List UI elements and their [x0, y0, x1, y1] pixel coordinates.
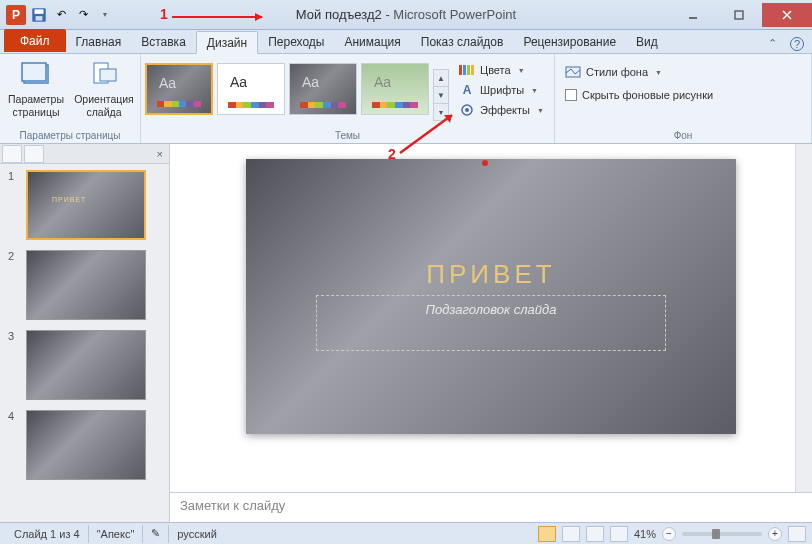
canvas-area: ПРИВЕТ Подзаголовок слайда Заметки к сла…	[170, 144, 812, 522]
slide-subtitle-placeholder[interactable]: Подзаголовок слайда	[316, 295, 666, 351]
effects-icon	[459, 103, 475, 117]
hide-background-checkbox[interactable]: Скрыть фоновые рисунки	[563, 87, 715, 103]
slideshow-view-button[interactable]	[610, 526, 628, 542]
thumb-item[interactable]: 4	[8, 410, 161, 480]
status-slide-info[interactable]: Слайд 1 из 4	[6, 525, 89, 543]
minimize-button[interactable]	[670, 3, 716, 27]
app-icon[interactable]: P	[6, 5, 26, 25]
thumb-slide[interactable]	[26, 250, 146, 320]
normal-view-button[interactable]	[538, 526, 556, 542]
help-icon[interactable]: ?	[790, 37, 804, 51]
save-icon[interactable]	[30, 6, 48, 24]
maximize-button[interactable]	[716, 3, 762, 27]
reading-view-button[interactable]	[586, 526, 604, 542]
thumb-number: 2	[8, 250, 18, 320]
annotation-arrow-1	[172, 16, 262, 18]
theme-options: Цвета▼ A Шрифты▼ Эффекты▼	[453, 57, 550, 123]
page-setup-icon	[20, 59, 52, 91]
background-styles-button[interactable]: Стили фона▼	[563, 63, 664, 81]
notes-pane[interactable]: Заметки к слайду	[170, 492, 812, 522]
svg-line-18	[400, 115, 452, 153]
thumb-number: 1	[8, 170, 18, 240]
theme-colors-button[interactable]: Цвета▼	[455, 61, 548, 79]
thumb-slide[interactable]	[26, 330, 146, 400]
tab-insert[interactable]: Вставка	[131, 30, 196, 53]
title-bar: P ↶ ↷ ▾ Мой подъезд2 - Microsoft PowerPo…	[0, 0, 812, 30]
slide[interactable]: ПРИВЕТ Подзаголовок слайда	[246, 159, 736, 434]
thumb-item[interactable]: 1 ПРИВЕТ	[8, 170, 161, 240]
tab-view[interactable]: Вид	[626, 30, 668, 53]
status-spellcheck[interactable]: ✎	[143, 525, 169, 543]
slide-subtitle-text: Подзаголовок слайда	[426, 302, 557, 317]
theme-effects-button[interactable]: Эффекты▼	[455, 101, 548, 119]
chevron-down-icon: ▼	[655, 69, 662, 76]
page-setup-label: Параметры страницы	[6, 93, 66, 118]
zoom-value[interactable]: 41%	[634, 528, 656, 540]
undo-icon[interactable]: ↶	[52, 6, 70, 24]
group-background: Стили фона▼ Скрыть фоновые рисунки Фон	[555, 54, 812, 143]
tab-design[interactable]: Дизайн	[196, 31, 258, 54]
annotation-1: 1	[160, 6, 168, 22]
zoom-in-button[interactable]: +	[768, 527, 782, 541]
thumb-slide[interactable]	[26, 410, 146, 480]
orientation-label: Ориентация слайда	[74, 93, 134, 118]
theme-fonts-button[interactable]: A Шрифты▼	[455, 81, 548, 99]
vertical-scrollbar[interactable]	[795, 144, 812, 492]
close-button[interactable]	[762, 3, 812, 27]
qat-dropdown-icon[interactable]: ▾	[96, 6, 114, 24]
zoom-slider[interactable]	[682, 532, 762, 536]
tab-transitions[interactable]: Переходы	[258, 30, 334, 53]
work-area: × 1 ПРИВЕТ 2 3 4 ПРИВЕТ	[0, 144, 812, 522]
svg-rect-12	[463, 65, 466, 75]
status-theme[interactable]: "Апекс"	[89, 525, 144, 543]
zoom-slider-thumb[interactable]	[712, 529, 720, 539]
theme-thumb-office[interactable]: Aa	[217, 63, 285, 115]
file-tab[interactable]: Файл	[4, 29, 66, 52]
tab-animations[interactable]: Анимация	[334, 30, 410, 53]
theme-thumb-4[interactable]: Aa	[361, 63, 429, 115]
sorter-view-button[interactable]	[562, 526, 580, 542]
annotation-dot	[482, 160, 488, 166]
orientation-icon	[88, 59, 120, 91]
thumbnail-tabs: ×	[0, 144, 169, 164]
orientation-button[interactable]: Ориентация слайда	[72, 57, 136, 120]
checkbox-icon	[565, 89, 577, 101]
ribbon-tabs: Файл Главная Вставка Дизайн Переходы Ани…	[0, 30, 812, 54]
minimize-ribbon-icon[interactable]: ⌃	[768, 37, 784, 53]
tab-review[interactable]: Рецензирование	[513, 30, 626, 53]
colors-icon	[459, 63, 475, 77]
svg-rect-1	[35, 9, 44, 14]
tab-home[interactable]: Главная	[66, 30, 132, 53]
theme-thumb-current[interactable]: Aa	[145, 63, 213, 115]
window-title: Мой подъезд2 - Microsoft PowerPoint	[296, 7, 516, 22]
quick-access-toolbar: P ↶ ↷ ▾	[0, 5, 120, 25]
page-setup-button[interactable]: Параметры страницы	[4, 57, 68, 120]
gallery-up-icon[interactable]: ▲	[434, 70, 448, 87]
group-label-background: Фон	[559, 128, 807, 143]
thumb-item[interactable]: 3	[8, 330, 161, 400]
fit-to-window-button[interactable]	[788, 526, 806, 542]
theme-thumb-3[interactable]: Aa	[289, 63, 357, 115]
thumb-slide[interactable]: ПРИВЕТ	[26, 170, 146, 240]
redo-icon[interactable]: ↷	[74, 6, 92, 24]
thumb-close-icon[interactable]: ×	[151, 148, 169, 160]
svg-point-16	[465, 108, 469, 112]
svg-rect-10	[100, 69, 116, 81]
gallery-down-icon[interactable]: ▼	[434, 87, 448, 104]
svg-rect-8	[22, 63, 46, 81]
zoom-out-button[interactable]: −	[662, 527, 676, 541]
thumbnails-panel: × 1 ПРИВЕТ 2 3 4	[0, 144, 170, 522]
annotation-arrow-2	[400, 113, 456, 153]
group-label-themes: Темы	[145, 128, 550, 143]
thumb-tab-outline[interactable]	[24, 145, 44, 163]
theme-colorbar	[157, 101, 201, 107]
themes-gallery: Aa Aa Aa Aa ▲ ▼ ▾	[145, 57, 449, 121]
status-language[interactable]: русский	[169, 525, 224, 543]
fonts-icon: A	[459, 83, 475, 97]
annotation-2: 2	[388, 146, 396, 162]
tab-slideshow[interactable]: Показ слайдов	[411, 30, 514, 53]
thumb-tab-slides[interactable]	[2, 145, 22, 163]
slide-title[interactable]: ПРИВЕТ	[246, 259, 736, 290]
thumb-item[interactable]: 2	[8, 250, 161, 320]
slide-canvas[interactable]: ПРИВЕТ Подзаголовок слайда	[170, 144, 812, 492]
